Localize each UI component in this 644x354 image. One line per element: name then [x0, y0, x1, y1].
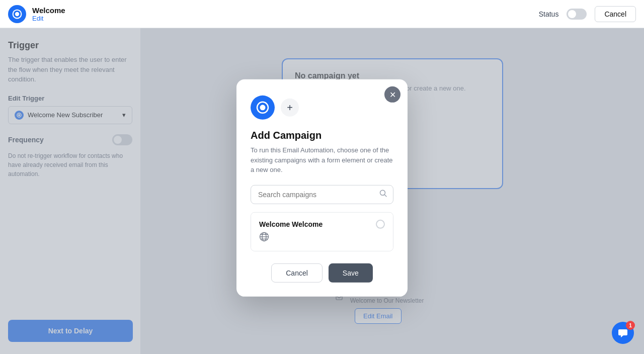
modal-description: To run this Email Automation, choose one…: [251, 145, 393, 175]
plus-icon: +: [281, 99, 299, 117]
edit-link[interactable]: Edit: [32, 15, 65, 22]
list-item[interactable]: Welcome Welcome: [251, 212, 393, 250]
search-icon: [379, 189, 387, 199]
red-arrow-indicator: [388, 225, 393, 237]
svg-point-1: [15, 12, 19, 16]
svg-point-6: [260, 105, 266, 110]
campaign-globe-icon: [259, 231, 385, 243]
add-campaign-modal: ✕ + Add Campaign To run this Email Autom…: [236, 79, 408, 297]
close-icon: ✕: [389, 90, 396, 99]
header: Welcome Edit Status Cancel: [0, 0, 644, 28]
campaign-list: Welcome Welcome: [251, 212, 393, 251]
modal-title: Add Campaign: [251, 130, 393, 141]
modal-brand-icon: [251, 96, 275, 120]
modal-footer: Cancel Save: [251, 263, 393, 282]
app-logo: [8, 5, 26, 23]
modal-save-button[interactable]: Save: [329, 263, 373, 282]
status-label: Status: [539, 10, 559, 18]
plus-symbol: +: [287, 102, 293, 113]
chat-widget[interactable]: 1: [612, 322, 634, 344]
header-cancel-button[interactable]: Cancel: [595, 6, 636, 22]
search-input[interactable]: [251, 185, 393, 204]
modal-icon-row: +: [251, 96, 393, 120]
campaign-name: Welcome Welcome: [259, 220, 323, 228]
modal-close-button[interactable]: ✕: [384, 86, 400, 103]
chat-notification-badge: 1: [626, 321, 635, 330]
search-wrap: [251, 185, 393, 204]
header-right: Status Cancel: [539, 6, 636, 22]
campaign-item-top: Welcome Welcome: [259, 219, 385, 228]
header-title-group: Welcome Edit: [32, 6, 65, 22]
campaign-radio[interactable]: [376, 219, 385, 228]
page-title: Welcome: [32, 6, 65, 15]
modal-cancel-button[interactable]: Cancel: [271, 263, 323, 282]
status-toggle[interactable]: [567, 9, 587, 20]
